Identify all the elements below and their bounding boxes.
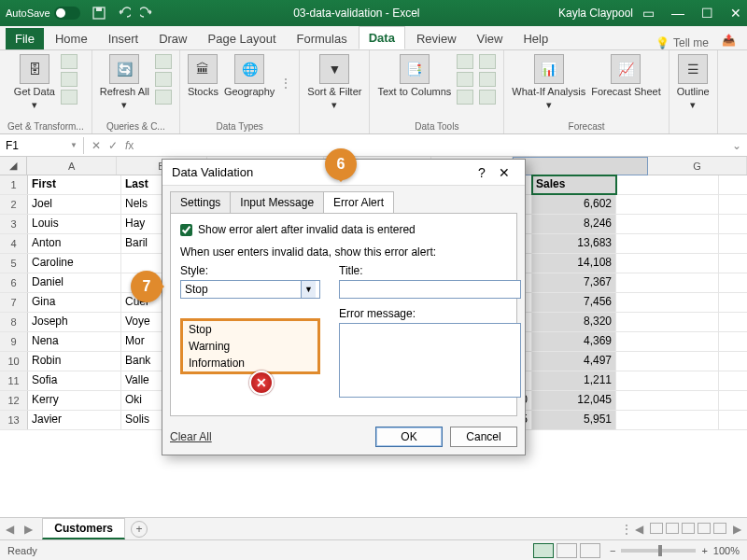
- from-text-icon[interactable]: [61, 54, 78, 69]
- queries-icon[interactable]: [155, 54, 172, 69]
- tab-data[interactable]: Data: [359, 26, 405, 49]
- flash-fill-icon[interactable]: [457, 54, 473, 69]
- style-option-stop[interactable]: Stop: [183, 321, 317, 338]
- tell-me-search[interactable]: 💡 Tell me: [655, 36, 709, 49]
- consolidate-icon[interactable]: [479, 54, 496, 69]
- window-title: 03-data-validation - Excel: [155, 7, 558, 20]
- relationships-icon[interactable]: [479, 72, 496, 87]
- dialog-tab-settings[interactable]: Settings: [170, 191, 231, 213]
- tab-help[interactable]: Help: [514, 28, 557, 49]
- formula-bar: F1▼ ✕✓fx ⌄: [0, 134, 747, 157]
- autosave-toggle[interactable]: AutoSave: [6, 7, 80, 20]
- chevron-down-icon[interactable]: ▼: [301, 281, 316, 298]
- tab-review[interactable]: Review: [407, 28, 466, 49]
- col-header[interactable]: F: [513, 157, 648, 175]
- maximize-icon[interactable]: ☐: [701, 6, 713, 21]
- dialog-close-icon[interactable]: ✕: [493, 165, 515, 180]
- sheet-nav-icons[interactable]: ◀ ▶: [6, 523, 36, 536]
- ribbon: 🗄Get Data▾ Get & Transform... 🔄Refresh A…: [0, 50, 747, 134]
- style-label: Style:: [180, 264, 320, 277]
- callout-7: 7: [131, 271, 162, 302]
- stocks-button[interactable]: 🏛Stocks: [188, 54, 218, 97]
- dialog-tab-input-message[interactable]: Input Message: [230, 191, 324, 213]
- zoom-out-icon[interactable]: −: [610, 545, 615, 556]
- minimize-icon[interactable]: —: [671, 6, 684, 21]
- col-header[interactable]: A: [27, 157, 117, 175]
- ribbon-options-icon[interactable]: ▭: [642, 6, 655, 21]
- callout-6: 6: [325, 148, 357, 180]
- page-layout-view-icon[interactable]: [557, 543, 577, 558]
- fx-icon[interactable]: fx: [125, 139, 134, 152]
- title-label: Title:: [339, 264, 521, 277]
- style-option-warning[interactable]: Warning: [183, 338, 317, 355]
- dialog-title: Data Validation: [172, 165, 253, 179]
- overflow-icon[interactable]: ⋮: [280, 77, 291, 90]
- svg-point-1: [56, 8, 65, 18]
- remove-dup-icon[interactable]: [457, 72, 473, 87]
- tab-home[interactable]: Home: [46, 28, 97, 49]
- normal-view-icon[interactable]: [533, 543, 554, 558]
- hscroll-track[interactable]: [666, 523, 679, 534]
- ribbon-tabs: File Home Insert Draw Page Layout Formul…: [0, 26, 747, 50]
- error-message-label: Error message:: [339, 307, 521, 320]
- zoom-in-icon[interactable]: +: [701, 545, 707, 556]
- style-select[interactable]: Stop▼: [180, 280, 320, 299]
- share-button[interactable]: 📤: [716, 31, 741, 49]
- get-data-button[interactable]: 🗄Get Data▾: [14, 54, 55, 111]
- close-icon[interactable]: ✕: [730, 6, 741, 21]
- tab-formulas[interactable]: Formulas: [288, 28, 357, 49]
- data-model-icon[interactable]: [479, 90, 496, 105]
- sheet-tab-customers[interactable]: Customers: [42, 518, 125, 539]
- geography-button[interactable]: 🌐Geography: [224, 54, 275, 97]
- redo-icon[interactable]: [140, 6, 155, 21]
- tab-view[interactable]: View: [468, 28, 513, 49]
- select-all-corner[interactable]: ◢: [0, 157, 27, 175]
- from-table-icon[interactable]: [61, 90, 78, 105]
- error-message-textarea[interactable]: [339, 323, 521, 398]
- expand-formula-icon[interactable]: ⌄: [726, 139, 747, 152]
- dialog-tab-error-alert[interactable]: Error Alert: [323, 191, 394, 213]
- tab-page-layout[interactable]: Page Layout: [199, 28, 286, 49]
- hscroll-track[interactable]: [682, 523, 695, 534]
- clear-all-button[interactable]: Clear All: [170, 430, 212, 443]
- properties-icon[interactable]: [155, 72, 172, 87]
- style-dropdown-list: Stop Warning Information: [180, 318, 320, 374]
- what-if-button[interactable]: 📊What-If Analysis▾: [512, 54, 585, 111]
- page-break-view-icon[interactable]: [580, 543, 600, 558]
- tab-insert[interactable]: Insert: [99, 28, 148, 49]
- dialog-help-icon[interactable]: ?: [471, 165, 493, 180]
- title-input[interactable]: [339, 280, 521, 299]
- user-name[interactable]: Kayla Claypool: [558, 7, 633, 20]
- from-web-icon[interactable]: [61, 72, 78, 87]
- style-option-information[interactable]: Information: [183, 355, 317, 371]
- ok-button[interactable]: OK: [375, 427, 443, 447]
- svg-rect-3: [96, 7, 102, 11]
- cancel-fx-icon[interactable]: ✕: [92, 139, 101, 152]
- status-ready: Ready: [7, 545, 37, 556]
- status-bar: Ready − + 100%: [0, 539, 747, 560]
- name-box[interactable]: F1▼: [0, 137, 84, 154]
- show-error-checkbox[interactable]: Show error alert after invalid data is e…: [180, 223, 507, 236]
- refresh-all-button[interactable]: 🔄Refresh All▾: [100, 54, 149, 111]
- tab-file[interactable]: File: [6, 28, 44, 49]
- add-sheet-button[interactable]: +: [131, 521, 148, 538]
- data-validation-dialog: Data Validation ? ✕ Settings Input Messa…: [162, 159, 526, 455]
- zoom-slider[interactable]: − + 100%: [610, 545, 740, 556]
- text-to-columns-button[interactable]: 📑Text to Columns: [377, 54, 451, 97]
- forecast-sheet-button[interactable]: 📈Forecast Sheet: [591, 54, 661, 97]
- hscroll-track[interactable]: [713, 523, 726, 534]
- quick-access-toolbar: [92, 6, 155, 21]
- outline-button[interactable]: ☰Outline▾: [677, 54, 710, 111]
- hscroll-track[interactable]: [698, 523, 711, 534]
- hscroll-track[interactable]: [650, 523, 663, 534]
- edit-links-icon[interactable]: [155, 90, 172, 105]
- sort-filter-button[interactable]: ▼Sort & Filter▾: [307, 54, 361, 111]
- col-header[interactable]: G: [648, 157, 747, 175]
- tab-draw[interactable]: Draw: [149, 28, 196, 49]
- data-validation-icon[interactable]: [457, 90, 473, 105]
- zoom-level[interactable]: 100%: [713, 545, 740, 556]
- undo-icon[interactable]: [116, 6, 131, 21]
- enter-fx-icon[interactable]: ✓: [108, 139, 118, 152]
- save-icon[interactable]: [92, 6, 106, 21]
- cancel-button[interactable]: Cancel: [450, 427, 517, 447]
